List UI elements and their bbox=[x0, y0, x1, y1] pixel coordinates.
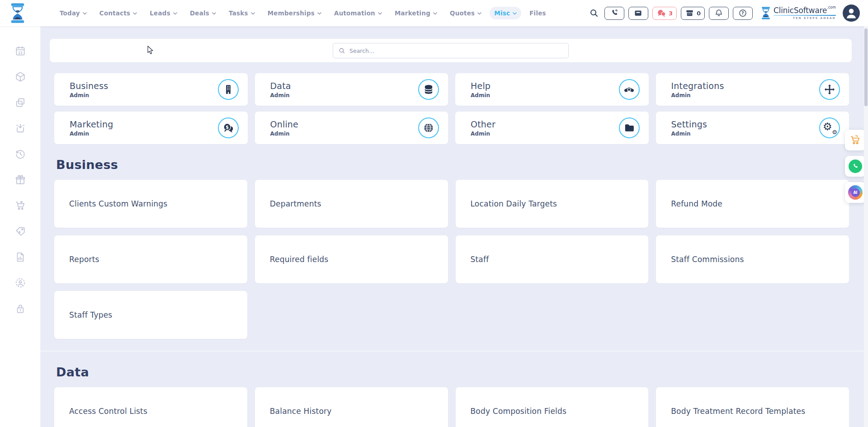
nav-label: Automation bbox=[334, 9, 375, 17]
category-card-settings[interactable]: SettingsAdmin ⚙⚙ bbox=[656, 112, 849, 144]
category-card-business[interactable]: BusinessAdmin bbox=[54, 73, 248, 106]
scrollbar-thumb[interactable] bbox=[864, 28, 868, 106]
report-icon[interactable] bbox=[14, 251, 26, 263]
help-button[interactable]: ? bbox=[733, 7, 753, 20]
category-card-other[interactable]: OtherAdmin bbox=[455, 112, 649, 144]
nav-item-quotes[interactable]: Quotes bbox=[445, 7, 486, 19]
item-card-body-treatment-record-templates[interactable]: Body Treatment Record Templates bbox=[656, 387, 849, 427]
section-business: Business Clients Custom Warnings Departm… bbox=[54, 158, 849, 339]
copy-icon[interactable] bbox=[14, 97, 26, 108]
item-card-access-control-lists[interactable]: Access Control Lists bbox=[54, 387, 247, 427]
phone-call-button[interactable] bbox=[604, 7, 624, 20]
nav-item-memberships[interactable]: Memberships bbox=[263, 7, 326, 19]
item-label: Clients Custom Warnings bbox=[69, 199, 167, 208]
nav-item-today[interactable]: Today bbox=[55, 7, 91, 19]
search-panel bbox=[50, 39, 852, 62]
main-content: BusinessAdmin DataAdmin HelpAdmin Integr… bbox=[41, 26, 863, 427]
nav-item-files[interactable]: Files bbox=[525, 7, 551, 19]
search-box[interactable] bbox=[333, 43, 569, 58]
item-card-departments[interactable]: Departments bbox=[255, 180, 448, 228]
cube-icon[interactable] bbox=[14, 71, 26, 83]
svg-text:12: 12 bbox=[18, 51, 23, 55]
item-card-clients-custom-warnings[interactable]: Clients Custom Warnings bbox=[54, 180, 247, 228]
category-title: Integrations bbox=[671, 81, 724, 91]
user-avatar[interactable] bbox=[843, 5, 860, 22]
move-icon bbox=[819, 79, 840, 100]
chat-bubbles-icon bbox=[656, 9, 666, 18]
item-card-required-fields[interactable]: Required fields bbox=[255, 235, 448, 283]
section-title: Business bbox=[56, 158, 849, 172]
item-card-refund-mode[interactable]: Refund Mode bbox=[656, 180, 849, 228]
business-item-grid: Clients Custom Warnings Departments Loca… bbox=[54, 180, 849, 339]
gift-icon[interactable] bbox=[14, 174, 26, 186]
floating-ai-button[interactable]: AI bbox=[845, 182, 866, 203]
item-card-staff[interactable]: Staff bbox=[456, 235, 649, 283]
calendar-icon[interactable]: 12 bbox=[14, 45, 26, 57]
price-tag-icon[interactable]: $ bbox=[14, 225, 26, 237]
nav-item-misc[interactable]: Misc bbox=[490, 7, 521, 19]
item-card-balance-history[interactable]: Balance History bbox=[255, 387, 448, 427]
scrollbar-track[interactable] bbox=[864, 26, 868, 427]
till-button[interactable]: 0 bbox=[681, 7, 705, 20]
category-card-data[interactable]: DataAdmin bbox=[255, 73, 448, 106]
item-card-staff-commissions[interactable]: Staff Commissions bbox=[656, 235, 849, 283]
app-logo-hourglass-icon[interactable] bbox=[9, 2, 26, 24]
category-subtitle: Admin bbox=[671, 131, 708, 137]
brand-name: ClinicSoftware bbox=[774, 7, 827, 14]
lock-icon[interactable] bbox=[14, 303, 26, 314]
notifications-button[interactable] bbox=[709, 7, 729, 20]
item-card-body-composition-fields[interactable]: Body Composition Fields bbox=[456, 387, 649, 427]
bag-download-icon[interactable] bbox=[14, 122, 26, 134]
account-icon[interactable] bbox=[14, 277, 26, 289]
nav-label: Quotes bbox=[450, 9, 475, 17]
brand-underline bbox=[774, 15, 836, 16]
brand-text: ClinicSoftware .com TEN STEPS AHEAD bbox=[774, 7, 836, 19]
section-divider bbox=[41, 351, 863, 352]
item-card-reports[interactable]: Reports bbox=[54, 235, 247, 283]
category-card-marketing[interactable]: MarketingAdmin $ bbox=[54, 112, 248, 144]
chevron-down-icon bbox=[378, 12, 382, 15]
category-subtitle: Admin bbox=[671, 92, 724, 99]
item-card-staff-types[interactable]: Staff Types bbox=[54, 291, 247, 339]
inbox-button[interactable] bbox=[628, 7, 648, 20]
question-icon: ? bbox=[738, 9, 747, 18]
category-grid: BusinessAdmin DataAdmin HelpAdmin Integr… bbox=[54, 73, 849, 144]
database-icon bbox=[418, 79, 439, 100]
nav-item-tasks[interactable]: Tasks bbox=[224, 7, 259, 19]
nav-item-leads[interactable]: Leads bbox=[145, 7, 182, 19]
clinicsoftware-logo[interactable]: ClinicSoftware .com TEN STEPS AHEAD bbox=[760, 6, 836, 20]
icon-sidebar: 12 $ bbox=[0, 26, 41, 427]
floating-whatsapp-button[interactable] bbox=[845, 156, 866, 177]
category-subtitle: Admin bbox=[471, 131, 495, 137]
item-label: Required fields bbox=[270, 255, 329, 264]
chevron-down-icon bbox=[173, 12, 177, 15]
globe-icon bbox=[418, 117, 439, 138]
chat-messages-button[interactable]: 3 bbox=[652, 7, 677, 20]
floating-cart-button[interactable] bbox=[845, 130, 866, 150]
chevron-down-icon bbox=[83, 12, 87, 15]
category-subtitle: Admin bbox=[270, 92, 291, 99]
brand-tagline: TEN STEPS AHEAD bbox=[774, 17, 836, 19]
chevron-down-icon bbox=[477, 12, 481, 15]
chevron-down-icon bbox=[317, 12, 321, 15]
category-subtitle: Admin bbox=[471, 92, 491, 99]
nav-item-automation[interactable]: Automation bbox=[330, 7, 387, 19]
brand-tld: .com bbox=[827, 6, 836, 9]
nav-item-marketing[interactable]: Marketing bbox=[390, 7, 442, 19]
item-label: Staff bbox=[471, 255, 489, 264]
cart-icon[interactable] bbox=[14, 200, 26, 211]
nav-item-deals[interactable]: Deals bbox=[185, 7, 221, 19]
category-subtitle: Admin bbox=[70, 92, 108, 99]
nav-item-contacts[interactable]: Contacts bbox=[95, 7, 142, 19]
category-card-integrations[interactable]: IntegrationsAdmin bbox=[656, 73, 849, 106]
chevron-down-icon bbox=[513, 12, 517, 15]
search-input[interactable] bbox=[349, 47, 563, 54]
category-card-online[interactable]: OnlineAdmin bbox=[255, 112, 448, 144]
history-icon[interactable] bbox=[14, 148, 26, 160]
item-card-location-daily-targets[interactable]: Location Daily Targets bbox=[456, 180, 649, 228]
search-icon[interactable] bbox=[590, 9, 599, 18]
category-card-help[interactable]: HelpAdmin bbox=[455, 73, 649, 106]
item-label: Staff Commissions bbox=[671, 255, 744, 264]
person-icon bbox=[843, 5, 860, 22]
bell-icon bbox=[714, 9, 723, 18]
